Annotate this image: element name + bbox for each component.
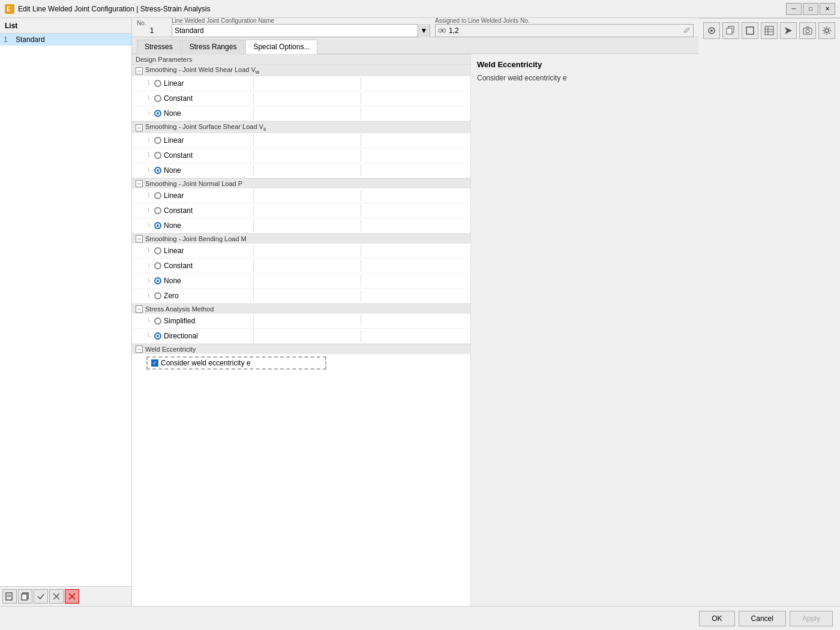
copy2-button[interactable] [722, 22, 739, 39]
arrow-button[interactable] [780, 22, 797, 39]
sidebar: List 1 Standard [0, 18, 132, 606]
cell [361, 107, 468, 119]
svg-rect-19 [765, 26, 773, 35]
snap-button[interactable] [703, 22, 720, 39]
no-column: No. 1 [137, 20, 167, 35]
param-row-sa-simplified: └ Simplified [132, 314, 470, 329]
radio-vw-linear[interactable] [154, 80, 161, 87]
radio-vs-constant[interactable] [154, 152, 161, 159]
main-split: Design Parameters − Smoothing - Joint We… [132, 54, 698, 606]
group-weld-eccentricity: − Weld Eccentricity ✓ Consider weld ecce… [132, 344, 470, 372]
svg-point-26 [825, 29, 829, 32]
settings-button[interactable] [818, 22, 835, 39]
main-container: List 1 Standard [0, 18, 840, 630]
svg-rect-17 [727, 28, 732, 34]
radio-sa-simplified[interactable] [154, 317, 161, 325]
cell [361, 77, 468, 89]
info-panel-text: Consider weld eccentricity e [477, 74, 692, 82]
radio-vw-none[interactable] [154, 110, 161, 117]
radio-vs-linear[interactable] [154, 137, 161, 144]
assigned-edit-button[interactable] [683, 26, 691, 35]
smoothing-vw-header: − Smoothing - Joint Weld Shear Load Vw [132, 64, 470, 76]
design-params: Design Parameters − Smoothing - Joint We… [132, 54, 470, 606]
svg-point-15 [710, 29, 713, 32]
param-row-p-constant: └ Constant [132, 203, 470, 218]
close-button[interactable]: ✕ [820, 3, 835, 15]
svg-rect-6 [22, 594, 27, 600]
checkbox-weld-eccentricity[interactable]: ✓ [151, 359, 158, 367]
content-area: List 1 Standard [0, 18, 840, 606]
param-row-sa-directional: └ Directional [132, 329, 470, 344]
collapse-btn-vs[interactable]: − [136, 124, 143, 131]
tabs-bar: Stresses Stress Ranges Special Options..… [132, 37, 698, 54]
cancel-item-button[interactable] [49, 589, 64, 604]
collapse-btn-vw[interactable]: − [136, 67, 143, 74]
window-controls: ─ □ ✕ [786, 3, 835, 15]
svg-point-25 [806, 29, 809, 33]
tab-stresses[interactable]: Stresses [137, 40, 181, 54]
name-dropdown-value: Standard [172, 26, 418, 35]
minimize-button[interactable]: ─ [786, 3, 802, 15]
smoothing-m-title: Smoothing - Joint Bending Load M [145, 235, 247, 242]
radio-m-constant[interactable] [154, 262, 161, 269]
smoothing-vw-title: Smoothing - Joint Weld Shear Load Vw [145, 66, 259, 75]
collapse-btn-we[interactable]: − [136, 346, 143, 353]
dropdown-arrow-icon[interactable]: ▼ [418, 24, 430, 37]
radio-m-zero[interactable] [154, 292, 161, 299]
group-smoothing-vw: − Smoothing - Joint Weld Shear Load Vw └… [132, 64, 470, 121]
camera-button[interactable] [799, 22, 816, 39]
name-dropdown[interactable]: Standard ▼ [172, 24, 430, 37]
svg-marker-23 [785, 27, 792, 34]
radio-m-linear[interactable] [154, 247, 161, 254]
sidebar-item-standard[interactable]: 1 Standard [0, 34, 131, 46]
param-row-vs-linear: └ Linear [132, 133, 470, 148]
collapse-btn-sa[interactable]: − [136, 305, 143, 313]
link-icon [438, 26, 446, 35]
radio-vw-linear-label: Linear [164, 79, 184, 88]
info-panel: Weld Eccentricity Consider weld eccentri… [470, 54, 698, 606]
assigned-value: 1,2 [449, 26, 459, 35]
smoothing-p-header: − Smoothing - Joint Normal Load P [132, 178, 470, 188]
title-bar: E Edit Line Welded Joint Configuration |… [0, 0, 840, 18]
design-params-header: Design Parameters [132, 54, 470, 64]
radio-vs-none[interactable] [154, 167, 161, 174]
right-panel: No. 1 Line Welded Joint Configuration Na… [132, 18, 698, 606]
copy-item-button[interactable] [18, 589, 32, 604]
radio-p-constant[interactable] [154, 207, 161, 214]
radio-p-linear[interactable] [154, 192, 161, 199]
cell [253, 107, 361, 119]
new-item-button[interactable] [2, 589, 17, 604]
ok-button[interactable]: OK [699, 611, 734, 626]
no-value: 1 [137, 26, 167, 35]
weld-eccentricity-checkbox-row: ✓ Consider weld eccentricity e [146, 356, 326, 370]
radio-p-none[interactable] [154, 222, 161, 229]
radio-vw-constant[interactable] [154, 95, 161, 102]
table-button[interactable] [761, 22, 778, 39]
header-row: No. 1 Line Welded Joint Configuration Na… [132, 18, 698, 37]
stress-analysis-header: − Stress Analysis Method [132, 304, 470, 314]
radio-sa-directional[interactable] [154, 332, 161, 340]
collapse-btn-m[interactable]: − [136, 235, 143, 242]
apply-button[interactable]: Apply [790, 611, 833, 626]
window-title: Edit Line Welded Joint Configuration | S… [18, 5, 210, 13]
param-row-m-constant: └ Constant [132, 259, 470, 274]
tab-stress-ranges[interactable]: Stress Ranges [182, 40, 245, 54]
maximize-button[interactable]: □ [803, 3, 818, 15]
radio-m-none[interactable] [154, 277, 161, 284]
group-smoothing-m: − Smoothing - Joint Bending Load M └ Lin… [132, 233, 470, 304]
square-button[interactable] [742, 22, 758, 39]
radio-vw-none-label: None [164, 109, 181, 118]
tab-special-options[interactable]: Special Options... [245, 40, 317, 54]
param-row-m-none: └ None [132, 274, 470, 289]
collapse-btn-p[interactable]: − [136, 180, 143, 187]
ok-item-button[interactable] [34, 589, 48, 604]
weld-eccentricity-header: − Weld Eccentricity [132, 344, 470, 354]
group-smoothing-vs: − Smoothing - Joint Surface Shear Load V… [132, 121, 470, 178]
smoothing-p-title: Smoothing - Joint Normal Load P [145, 180, 242, 187]
param-row-vs-constant: └ Constant [132, 148, 470, 163]
assigned-column: Assigned to Line Welded Joints No. 1,2 [435, 18, 694, 37]
name-label: Line Welded Joint Configuration Name [172, 18, 430, 24]
param-row-p-none: └ None [132, 218, 470, 233]
cancel-button[interactable]: Cancel [739, 611, 786, 626]
delete-item-button[interactable] [65, 589, 79, 604]
